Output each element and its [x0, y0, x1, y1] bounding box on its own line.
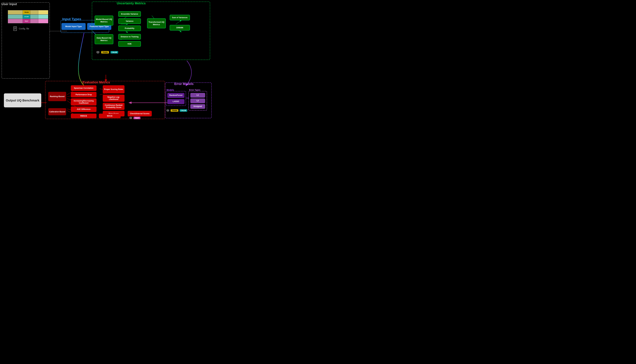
train-tag-uncertainty: TRAIN: [101, 51, 109, 54]
mace-button[interactable]: MACE: [99, 114, 121, 118]
model-based-uq-button[interactable]: Model-Based UQ Metrics: [95, 16, 113, 26]
random-forest-button[interactable]: RandomForest: [167, 93, 184, 98]
calib-tag-uncertainty: CALIB: [110, 51, 118, 54]
svg-marker-26: [188, 98, 189, 99]
svg-rect-18: [14, 26, 17, 31]
test-label: TEST: [24, 20, 28, 22]
config-label: Config. file: [13, 26, 29, 31]
l1-button[interactable]: L1: [190, 93, 205, 98]
negative-log-likelihood-button[interactable]: Negative Log- Likelihood: [103, 94, 124, 102]
increasing-decreasing-button[interactable]: Increasing/Decreasing Coefficient: [71, 98, 96, 106]
ranking-based-button[interactable]: Ranking-Based: [48, 92, 66, 101]
diffknn-button[interactable]: DiffkNN: [170, 25, 190, 30]
probability-button[interactable]: Probability: [118, 26, 141, 31]
models-label: Models: [166, 89, 174, 91]
transformed-uq-button[interactable]: Transformed UQ Metrics: [147, 18, 166, 28]
auc-difference-button[interactable]: AUC Difference: [71, 106, 96, 112]
error-models-dataset-tags: TRAIN CALIB: [166, 109, 187, 112]
variance-button[interactable]: Variance: [118, 18, 141, 24]
train-tag-error: TRAIN: [170, 109, 178, 112]
test-tag-eval: TEST: [134, 117, 140, 119]
rmsce-button[interactable]: RMSCE: [71, 114, 96, 118]
eval-test-tag: TEST: [129, 116, 140, 120]
sum-of-variances-button[interactable]: Sum of Variances: [170, 15, 190, 20]
l2-button[interactable]: L2: [190, 98, 205, 103]
uncertainty-metrics-title: Uncertainty Metrics: [117, 2, 146, 5]
proper-scoring-rules-button[interactable]: Proper Scoring Rules: [103, 85, 124, 93]
uncertainty-dataset-tags: TRAIN CALIB: [96, 50, 118, 54]
lasso-button[interactable]: LASSO: [167, 99, 184, 104]
data-based-uq-button[interactable]: Data-Based UQ Metrics: [95, 34, 113, 44]
check-interval-scores-button[interactable]: Check/Interval Scores: [128, 111, 152, 116]
models-dashed-box: RandomForest LASSO: [166, 91, 186, 106]
calib-tag-error: CALIB: [180, 109, 188, 112]
error-types-label: Error Types: [189, 89, 200, 91]
calibration-based-button[interactable]: Calibration-Based: [48, 108, 66, 115]
input-types-title: Input Types: [62, 17, 81, 21]
calib-label: CALIB: [24, 16, 29, 18]
crps-button[interactable]: Continuous Ranked Probability Score: [103, 103, 124, 110]
model-input-type-button[interactable]: Model Input Type: [62, 23, 86, 30]
ensemble-variance-button[interactable]: Ensemble Variance: [118, 11, 141, 17]
error-types-dashed-box: L1 L2 Unsigned: [188, 91, 207, 110]
unsigned-button[interactable]: Unsigned: [190, 104, 205, 109]
error-models-title: Error Models: [174, 82, 194, 86]
user-input-title: User Input: [2, 2, 17, 6]
distance-to-training-button[interactable]: Distance to Training: [118, 34, 141, 40]
output-uq-benchmark-button[interactable]: Output UQ Benchmark: [4, 93, 41, 108]
train-label: TRAIN: [24, 12, 29, 13]
spearman-correlation-button[interactable]: Spearman Correlation: [71, 85, 96, 91]
performance-drop-button[interactable]: Performance Drop: [71, 92, 96, 98]
eval-metrics-title: Evaluation Metrics: [82, 80, 110, 84]
kde-button[interactable]: KDE: [118, 41, 141, 47]
